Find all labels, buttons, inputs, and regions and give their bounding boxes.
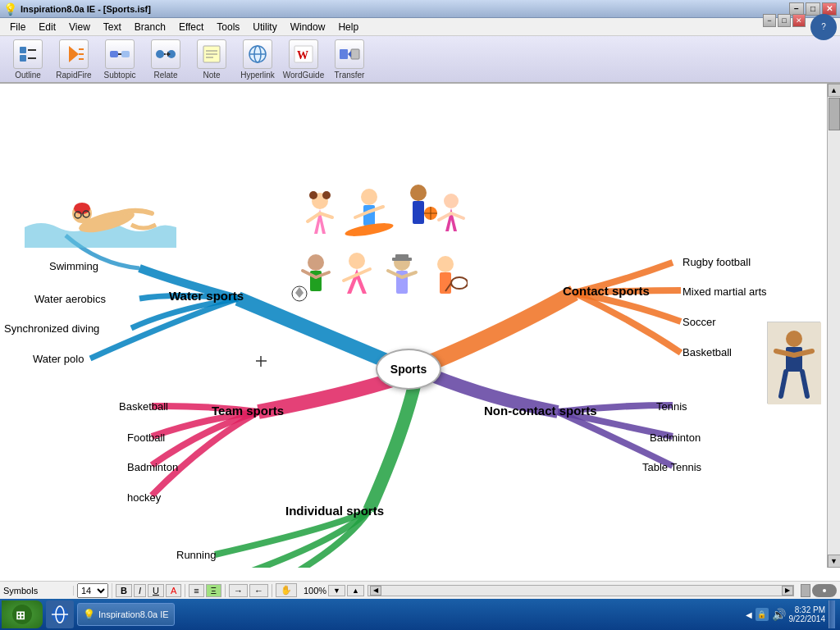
basketball-team-node[interactable]: Basketball — [119, 400, 168, 413]
hscroll-right-button[interactable]: ▶ — [782, 586, 793, 596]
rapidfire-button[interactable]: RapidFire — [52, 39, 95, 80]
outline-button[interactable]: Outline — [7, 39, 49, 80]
menu-utility[interactable]: Utility — [246, 20, 283, 34]
start-button[interactable]: ⊞ — [2, 600, 43, 628]
menu-view[interactable]: View — [62, 20, 97, 34]
menu-help[interactable]: Help — [331, 20, 365, 34]
indent-button[interactable]: → — [229, 584, 248, 597]
bold-button[interactable]: B — [116, 584, 132, 597]
outline-label: Outline — [15, 71, 41, 80]
slider-handle[interactable] — [801, 584, 810, 597]
hyperlink-label: Hyperlink — [240, 71, 275, 80]
table-tennis-node[interactable]: Table Tennis — [642, 461, 701, 473]
subtopic-button[interactable]: Subtopic — [98, 39, 141, 80]
color-button[interactable]: A — [166, 584, 181, 597]
title-bar: 💡 Inspiration8.0a IE - [Sports.isf] − □ … — [0, 0, 840, 18]
app-restore-btn[interactable]: □ — [778, 14, 791, 27]
water-polo-node[interactable]: Water polo — [33, 353, 84, 365]
ie-taskbar-icon[interactable] — [46, 600, 74, 628]
scroll-down-button[interactable]: ▼ — [828, 555, 841, 568]
center-node[interactable]: Sports — [376, 349, 441, 390]
underline-button[interactable]: U — [148, 584, 164, 597]
hscroll-left-button[interactable]: ◀ — [370, 586, 381, 596]
hand-tool-button[interactable]: ✋ — [276, 583, 297, 597]
highlight-button[interactable]: Ξ — [206, 584, 221, 597]
slider-indicator — [823, 589, 826, 592]
svg-marker-26 — [348, 51, 351, 57]
transfer-icon — [335, 39, 364, 69]
hscroll-track[interactable] — [381, 586, 782, 596]
contact-sports-image — [767, 322, 820, 404]
rapidfire-icon — [59, 39, 89, 69]
horizontal-scrollbar[interactable]: ◀ ▶ — [368, 585, 794, 596]
note-button[interactable]: Note — [190, 39, 233, 80]
mma-node[interactable]: Mixed martial arts — [682, 285, 767, 298]
football-node[interactable]: Football — [127, 431, 165, 444]
clock-time: 8:32 PM — [789, 605, 826, 614]
menu-window[interactable]: Window — [284, 20, 332, 34]
outdent-button[interactable]: ← — [249, 584, 268, 597]
svg-point-50 — [349, 253, 365, 269]
menu-tools[interactable]: Tools — [210, 20, 246, 34]
team-sports-label[interactable]: Team sports — [212, 404, 284, 418]
menu-branch[interactable]: Branch — [128, 20, 172, 34]
format-buttons: B I U A ≡ Ξ → ← ✋ — [112, 583, 300, 597]
align-left-button[interactable]: ≡ — [189, 584, 203, 597]
zoom-area: 100% ▼ ▲ — [304, 585, 364, 596]
water-sports-label[interactable]: Water sports — [169, 289, 244, 303]
rugby-node[interactable]: Rugby football — [682, 256, 751, 268]
center-label: Sports — [390, 363, 427, 376]
scroll-up-button[interactable]: ▲ — [828, 84, 841, 97]
menu-file[interactable]: File — [3, 20, 32, 34]
app-taskbar-icon: 💡 — [83, 609, 95, 620]
svg-text:⊞: ⊞ — [16, 609, 25, 622]
sync-diving-node[interactable]: Synchronized diving — [4, 322, 99, 335]
vertical-scrollbar[interactable]: ▲ ▼ — [827, 84, 840, 568]
canvas-area[interactable]: Sports Water sports Swimming Water aerob… — [0, 84, 827, 568]
window-title: Inspiration8.0a IE - [Sports.isf] — [21, 4, 151, 14]
contact-sports-label[interactable]: Contact sports — [563, 284, 650, 298]
slider-area[interactable] — [797, 584, 840, 597]
svg-point-55 — [437, 256, 454, 272]
zoom-down-button[interactable]: ▼ — [328, 585, 345, 596]
inspiration-taskbar-button[interactable]: 💡 Inspiration8.0a IE — [77, 603, 175, 626]
wordguide-icon: W — [289, 39, 318, 69]
subtopic-label: Subtopic — [104, 71, 136, 80]
font-size-area[interactable]: 14 — [74, 583, 112, 598]
running-node[interactable]: Running — [176, 549, 216, 561]
individual-sports-label[interactable]: Individual sports — [285, 504, 384, 518]
italic-button[interactable]: I — [134, 584, 146, 597]
noncontact-sports-label[interactable]: Non-contact sports — [484, 404, 597, 418]
transfer-button[interactable]: Transfer — [328, 39, 371, 80]
scroll-track[interactable] — [828, 97, 841, 555]
zoom-up-button[interactable]: ▲ — [347, 585, 364, 596]
hyperlink-button[interactable]: Hyperlink — [236, 39, 279, 80]
basketball-contact-node[interactable]: Basketball — [682, 346, 732, 358]
scroll-thumb[interactable] — [829, 98, 840, 130]
svg-point-37 — [361, 189, 377, 205]
clock-area: 8:32 PM 9/22/2014 — [789, 605, 826, 623]
help-icon[interactable]: ? — [810, 14, 837, 40]
slider-bar[interactable] — [812, 584, 837, 597]
bottom-status-area: Symbols 14 B I U A ≡ Ξ → ← ✋ 100% ▼ ▲ ◀ … — [0, 581, 840, 599]
swimming-node[interactable]: Swimming — [49, 260, 98, 272]
svg-rect-41 — [413, 201, 424, 224]
wordguide-label: WordGuide — [283, 71, 324, 80]
badminton-nc-node[interactable]: Badminton — [650, 431, 701, 444]
badminton-team-node[interactable]: Badminton — [127, 461, 178, 473]
menu-text[interactable]: Text — [97, 20, 128, 34]
wordguide-button[interactable]: W WordGuide — [282, 39, 325, 80]
menu-edit[interactable]: Edit — [32, 20, 62, 34]
soccer-node[interactable]: Soccer — [682, 316, 715, 328]
font-size-select[interactable]: 14 — [77, 583, 108, 598]
app-minimize-btn[interactable]: − — [763, 14, 776, 27]
menu-effect[interactable]: Effect — [172, 20, 210, 34]
show-desktop-button[interactable] — [829, 600, 835, 628]
hockey-node[interactable]: hockey — [127, 491, 161, 504]
app-close-btn[interactable]: ✕ — [792, 14, 806, 27]
tennis-node[interactable]: Tennis — [656, 400, 687, 413]
symbols-label: Symbols — [0, 586, 74, 596]
relate-button[interactable]: Relate — [144, 39, 187, 80]
tray-arrow[interactable]: ◀ — [746, 610, 752, 619]
water-aerobics-node[interactable]: Water aerobics — [34, 293, 106, 305]
